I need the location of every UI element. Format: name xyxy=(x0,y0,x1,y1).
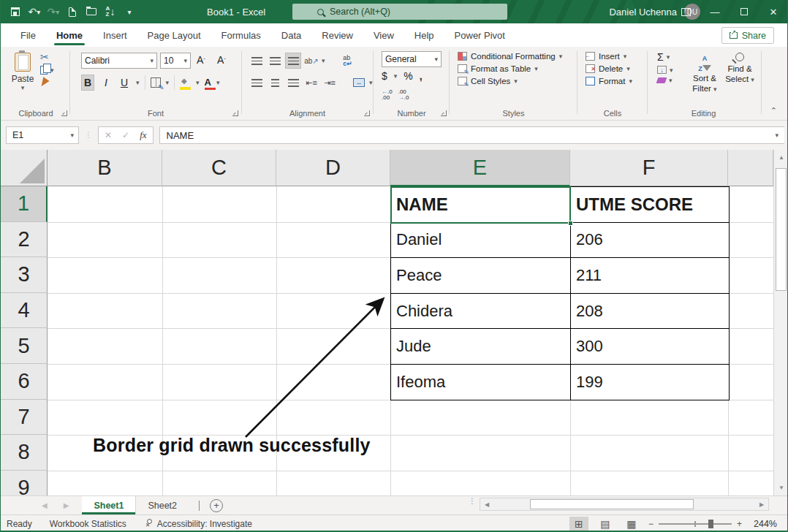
alignment-dialog-launcher-icon[interactable] xyxy=(364,110,370,116)
column-header-C[interactable]: C xyxy=(162,150,276,186)
top-align-button[interactable] xyxy=(249,53,265,69)
number-dialog-launcher-icon[interactable] xyxy=(441,110,447,116)
open-file-icon[interactable] xyxy=(83,3,99,20)
clipboard-dialog-launcher-icon[interactable] xyxy=(61,110,67,116)
align-center-button[interactable] xyxy=(267,75,283,91)
column-header-E[interactable]: E xyxy=(390,150,570,186)
table-cell[interactable]: Daniel xyxy=(390,222,571,259)
tab-home[interactable]: Home xyxy=(47,25,92,46)
align-left-button[interactable] xyxy=(249,75,265,91)
format-as-table-button[interactable]: Format as Table▾ xyxy=(458,64,562,73)
find-select-button[interactable]: Find & Select ▾ xyxy=(723,53,757,85)
zoom-slider[interactable]: − + xyxy=(648,519,742,529)
insert-cells-button[interactable]: Insert▾ xyxy=(586,52,632,61)
underline-button[interactable]: U xyxy=(118,75,131,91)
row-header-3[interactable]: 3 xyxy=(1,257,48,293)
name-box[interactable]: E1▾ xyxy=(6,126,79,144)
column-header-B[interactable]: B xyxy=(48,150,162,186)
zoom-percentage[interactable]: 244% xyxy=(749,519,777,529)
tab-view[interactable]: View xyxy=(364,25,404,46)
scroll-left-icon[interactable]: ◀ xyxy=(480,498,493,510)
save-icon[interactable] xyxy=(7,3,23,20)
search-input[interactable]: Search (Alt+Q) xyxy=(292,4,507,20)
column-header-D[interactable]: D xyxy=(276,150,390,186)
table-header-cell[interactable]: UTME SCORE xyxy=(570,186,730,223)
horizontal-scroll-thumb[interactable] xyxy=(530,499,694,509)
page-layout-view-icon[interactable]: ▤ xyxy=(596,517,615,531)
merge-center-icon[interactable]: ↔ xyxy=(351,75,367,91)
sort-az-icon[interactable]: AZ↓ xyxy=(102,3,118,20)
wrap-text-icon[interactable]: abc↵ xyxy=(340,53,356,69)
row-header-2[interactable]: 2 xyxy=(1,222,48,258)
sort-filter-button[interactable]: AZ Sort & Filter ▾ xyxy=(688,53,721,94)
delete-cells-button[interactable]: Delete▾ xyxy=(586,64,632,73)
table-cell[interactable]: Jude xyxy=(390,328,571,365)
align-right-button[interactable] xyxy=(285,75,301,91)
italic-button[interactable]: I xyxy=(99,75,113,91)
grow-font-button[interactable]: Aˆ xyxy=(197,54,205,66)
row-header-1[interactable]: 1 xyxy=(1,186,48,222)
cancel-icon[interactable]: ✕ xyxy=(105,130,112,140)
redo-icon[interactable]: ↷▾ xyxy=(45,3,61,20)
copy-icon[interactable] xyxy=(40,66,48,75)
row-header-7[interactable]: 7 xyxy=(1,400,48,436)
conditional-formatting-button[interactable]: Conditional Formatting▾ xyxy=(458,52,562,61)
row-header-9[interactable]: 9 xyxy=(1,471,48,495)
row-header-6[interactable]: 6 xyxy=(1,364,48,400)
tab-page-layout[interactable]: Page Layout xyxy=(138,25,211,46)
select-all-button[interactable] xyxy=(1,150,48,186)
next-sheet-icon[interactable]: ▶ xyxy=(64,501,69,509)
minimize-icon[interactable]: — xyxy=(700,0,730,23)
table-cell[interactable]: 206 xyxy=(570,222,730,259)
autosum-button[interactable]: Σ▾ xyxy=(657,51,673,63)
table-cell[interactable]: 300 xyxy=(570,328,730,365)
percent-format-button[interactable]: % xyxy=(404,70,412,82)
font-dialog-launcher-icon[interactable] xyxy=(232,110,238,116)
ribbon-display-options-icon[interactable] xyxy=(671,0,700,23)
increase-decimal-icon[interactable]: ←.0.00 xyxy=(382,89,393,101)
number-format-select[interactable]: General▾ xyxy=(382,51,442,67)
tabbar-grip[interactable]: ⋮ xyxy=(469,499,476,503)
paste-button[interactable]: Paste ▾ xyxy=(8,53,37,91)
normal-view-icon[interactable]: ⊞ xyxy=(569,517,588,531)
workbook-statistics-button[interactable]: Workbook Statistics xyxy=(50,519,126,529)
scroll-up-icon[interactable]: ▲ xyxy=(774,150,788,165)
collapse-ribbon-icon[interactable]: ⌃ xyxy=(770,106,777,115)
accessibility-button[interactable]: Accessibility: Investigate xyxy=(144,519,252,529)
tab-review[interactable]: Review xyxy=(312,25,363,46)
table-cell[interactable]: Peace xyxy=(390,257,571,294)
table-cell[interactable]: Ifeoma xyxy=(390,364,571,400)
page-break-view-icon[interactable]: ▦ xyxy=(622,517,641,531)
tab-insert[interactable]: Insert xyxy=(94,25,137,46)
font-size-select[interactable]: 10▾ xyxy=(160,53,191,69)
formula-bar-grip[interactable]: ⋮ xyxy=(85,133,92,137)
scroll-right-icon[interactable]: ▶ xyxy=(755,498,768,510)
insert-function-icon[interactable]: fx xyxy=(140,129,146,141)
middle-align-button[interactable] xyxy=(267,53,283,69)
maximize-icon[interactable] xyxy=(730,0,759,23)
increase-indent-icon[interactable]: ⇥≡ xyxy=(322,75,338,91)
close-icon[interactable]: ✕ xyxy=(759,0,788,23)
cut-icon[interactable]: ✂ xyxy=(40,53,49,62)
decrease-decimal-icon[interactable]: .00→.0 xyxy=(398,89,409,101)
shrink-font-button[interactable]: Aˇ xyxy=(217,54,226,66)
orientation-icon[interactable]: ab xyxy=(303,53,319,69)
row-header-4[interactable]: 4 xyxy=(1,293,48,329)
comma-format-button[interactable]: , xyxy=(420,70,423,82)
clear-button[interactable]: ▾ xyxy=(657,77,673,84)
bottom-align-button[interactable] xyxy=(285,53,301,69)
table-header-cell[interactable]: NAME xyxy=(390,186,571,223)
row-header-5[interactable]: 5 xyxy=(1,328,48,364)
row-header-8[interactable]: 8 xyxy=(1,435,48,471)
table-cell[interactable]: 211 xyxy=(570,257,730,294)
scroll-down-icon[interactable]: ▼ xyxy=(774,480,788,495)
fill-color-icon[interactable] xyxy=(180,79,191,87)
new-file-icon[interactable] xyxy=(64,3,80,20)
tab-power-pivot[interactable]: Power Pivot xyxy=(445,25,515,46)
prev-sheet-icon[interactable]: ◀ xyxy=(42,501,48,509)
vertical-scrollbar[interactable]: ▲ ▼ xyxy=(773,150,788,495)
fill-button[interactable]: ↓▾ xyxy=(657,66,673,74)
bold-button[interactable]: B xyxy=(81,75,94,91)
column-header-F[interactable]: F xyxy=(570,150,728,186)
table-cell[interactable]: Chidera xyxy=(390,293,571,330)
